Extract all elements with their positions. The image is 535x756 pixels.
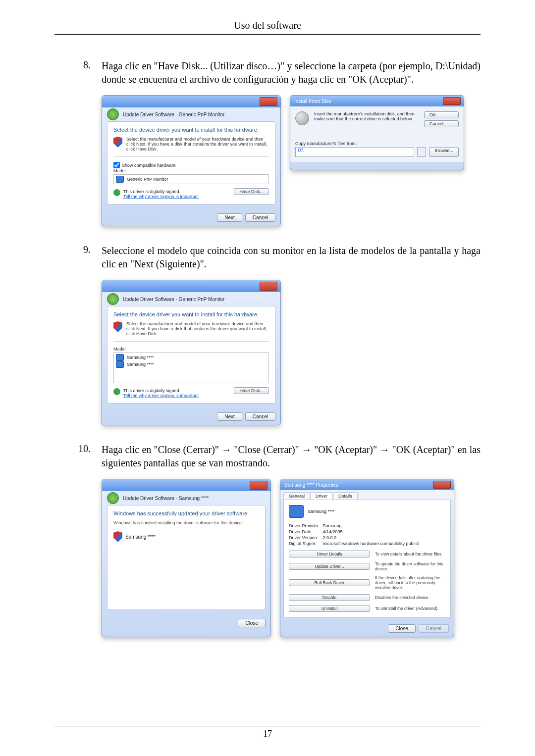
next-button[interactable]: Next <box>217 213 242 222</box>
path-input[interactable]: D:\ <box>295 147 414 157</box>
update-complete-dialog: Update Driver Software - Samsung **** Wi… <box>102 479 271 637</box>
have-disk-button[interactable]: Have Disk... <box>234 387 269 394</box>
signing-link[interactable]: Tell me why driver signing is important <box>123 393 199 398</box>
dropdown-icon[interactable] <box>417 147 426 157</box>
monitor-icon <box>116 354 124 361</box>
breadcrumb: Update Driver Software - Generic PnP Mon… <box>123 297 224 302</box>
cancel-button: Cancel <box>419 624 449 633</box>
close-button[interactable]: Close <box>238 619 266 627</box>
select-model-dialog: Update Driver Software - Generic PnP Mon… <box>102 280 281 425</box>
copy-from-label: Copy manufacturer's files from: <box>295 141 459 146</box>
tab-details[interactable]: Details <box>333 492 358 500</box>
device-name: Samsung **** <box>125 534 156 540</box>
shield-icon <box>113 531 122 542</box>
back-icon[interactable] <box>107 492 119 504</box>
step9-number: 9. <box>54 244 102 271</box>
browse-button[interactable]: Browse... <box>429 147 459 157</box>
step10-text: Haga clic en "Close (Cerrar)" → "Close (… <box>102 443 481 470</box>
step8-text: Haga clic en "Have Disk... (Utilizar dis… <box>102 59 481 86</box>
model-list[interactable]: Samsung **** Samsung **** <box>113 353 269 383</box>
dialog-heading: Select the device driver you want to ins… <box>113 127 269 133</box>
footer-rule <box>54 726 481 726</box>
dialog-heading: Select the device driver you want to ins… <box>113 311 269 317</box>
signed-text: This driver is digitally signed. <box>123 189 199 194</box>
cancel-button[interactable]: Cancel <box>424 120 459 127</box>
close-icon[interactable] <box>433 481 451 489</box>
breadcrumb: Update Driver Software - Generic PnP Mon… <box>123 112 224 117</box>
ifd-message: Insert the manufacturer's installation d… <box>314 111 420 121</box>
cancel-button[interactable]: Cancel <box>245 213 275 222</box>
ok-button[interactable]: OK <box>424 111 459 118</box>
shield-icon <box>113 137 122 148</box>
model-label: Model <box>113 168 269 173</box>
ifd-title: Install From Disk <box>294 99 331 104</box>
properties-dialog: Samsung **** Properties General Driver D… <box>280 479 454 637</box>
close-button[interactable]: Close <box>388 624 416 633</box>
dialog-subtext: Windows has finished installing the driv… <box>113 520 259 525</box>
model-item[interactable]: Samsung **** <box>127 355 154 360</box>
page-header: Uso del software <box>54 20 481 31</box>
step10-number: 10. <box>54 443 102 470</box>
back-icon[interactable] <box>107 108 119 120</box>
close-icon[interactable] <box>443 97 461 105</box>
update-driver-button[interactable]: Update Driver... <box>289 563 370 570</box>
close-icon[interactable] <box>260 282 277 291</box>
dialog-note: Select the manufacturer and model of you… <box>126 321 269 336</box>
breadcrumb: Update Driver Software - Samsung **** <box>123 496 209 501</box>
close-icon[interactable] <box>260 97 277 106</box>
show-compatible-checkbox[interactable]: Show compatible hardware <box>113 162 269 168</box>
disable-button[interactable]: Disable <box>289 594 370 601</box>
next-button[interactable]: Next <box>217 412 242 421</box>
model-item[interactable]: Generic PnP Monitor <box>127 177 168 182</box>
cancel-button[interactable]: Cancel <box>245 412 275 421</box>
dialog-note: Select the manufacturer and model of you… <box>126 137 269 151</box>
have-disk-button[interactable]: Have Disk... <box>234 188 269 195</box>
back-icon[interactable] <box>107 293 119 305</box>
uninstall-button[interactable]: Uninstall <box>289 605 370 612</box>
shield-icon <box>113 321 122 332</box>
model-label: Model <box>113 347 269 352</box>
page-number: 17 <box>0 729 535 739</box>
signing-link[interactable]: Tell me why driver signing is important <box>123 194 199 199</box>
model-item[interactable]: Samsung **** <box>127 362 154 367</box>
monitor-icon <box>116 176 124 183</box>
driver-details-button[interactable]: Driver Details <box>289 551 370 557</box>
step9-text: Seleccione el modelo que coincida con su… <box>102 244 481 271</box>
signed-text: This driver is digitally signed. <box>123 388 199 393</box>
header-rule <box>54 34 481 35</box>
tab-driver[interactable]: Driver <box>310 492 333 500</box>
step8-number: 8. <box>54 59 102 86</box>
install-from-disk-dialog: Install From Disk Insert the manufacture… <box>290 95 464 170</box>
driver-info-table: Driver Provider:Samsung Driver Date:4/14… <box>289 523 422 547</box>
signed-ok-icon <box>113 388 120 395</box>
device-name: Samsung **** <box>308 509 335 514</box>
properties-title: Samsung **** Properties <box>284 482 338 488</box>
disk-icon <box>295 111 309 125</box>
model-list[interactable]: Generic PnP Monitor <box>113 174 269 184</box>
signed-ok-icon <box>113 189 120 196</box>
update-driver-dialog: Update Driver Software - Generic PnP Mon… <box>102 95 281 226</box>
monitor-icon <box>289 505 304 518</box>
dialog-heading: Windows has successfully updated your dr… <box>113 510 259 516</box>
close-icon[interactable] <box>250 481 268 490</box>
monitor-icon <box>116 361 124 368</box>
tab-general[interactable]: General <box>283 492 310 500</box>
rollback-button[interactable]: Roll Back Driver <box>289 579 370 586</box>
